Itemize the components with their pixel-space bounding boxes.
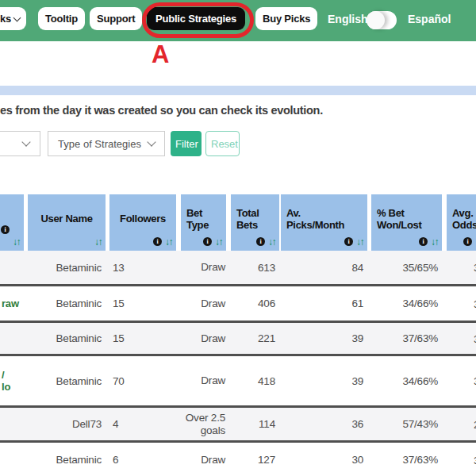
- bet-type-cell: Over 2.5goals: [181, 408, 226, 440]
- strategy-name-link[interactable]: [0, 251, 24, 284]
- avg-odds-cell: 2: [447, 408, 476, 440]
- type-of-strategies-dropdown[interactable]: Type of Strategies: [48, 131, 165, 156]
- language-label-espanol: Español: [408, 13, 451, 25]
- avg-odds-cell: 3: [447, 323, 476, 354]
- won-lost-cell: 57/43%: [371, 408, 442, 440]
- chevron-down-icon: [13, 13, 21, 21]
- first-filter-dropdown[interactable]: [0, 131, 40, 156]
- followers-cell: 6: [109, 443, 176, 476]
- info-icon[interactable]: [203, 237, 212, 246]
- info-icon[interactable]: [153, 237, 162, 246]
- intro-text: es from the day it was created so you ca…: [0, 104, 323, 117]
- avg-odds-cell: 3: [447, 251, 476, 284]
- sort-arrows-icon[interactable]: [431, 237, 438, 247]
- user-name-cell: Betaminic: [28, 286, 106, 321]
- total-bets-cell: 221: [231, 323, 279, 354]
- strategy-name-link[interactable]: [0, 443, 24, 476]
- won-lost-cell: 37/63%: [371, 323, 442, 354]
- column-label: Avg.: [452, 207, 472, 219]
- won-lost-cell: 35/65%: [371, 251, 442, 284]
- table-body: Betaminic 13 Draw 613 84 35/65% 3 raw Be…: [0, 251, 476, 476]
- language-toggle[interactable]: [367, 11, 397, 29]
- followers-cell: 15: [109, 286, 176, 321]
- table-row: /lo Betaminic 70 Draw 418 39 34/66% 3: [0, 356, 476, 408]
- total-bets-cell: 114: [231, 408, 279, 440]
- annotation-circle: [142, 2, 254, 38]
- won-lost-cell: 37/63%: [371, 443, 442, 476]
- total-bets-cell: 127: [231, 443, 279, 476]
- column-header-user-name[interactable]: User Name: [28, 194, 106, 251]
- av-picks-cell: 30: [281, 443, 367, 476]
- av-picks-cell: 39: [281, 323, 367, 354]
- column-header-av-picks-month[interactable]: Av.Picks/Month: [281, 194, 367, 251]
- followers-cell: 70: [109, 356, 176, 405]
- info-icon[interactable]: [419, 237, 428, 246]
- column-header-avg-odds[interactable]: Avg.Odds: [447, 194, 476, 251]
- won-lost-cell: 34/66%: [371, 356, 442, 405]
- sort-arrows-icon[interactable]: [13, 237, 20, 247]
- bet-type-cell: Draw: [181, 356, 226, 405]
- table-row: Betaminic 15 Draw 221 39 37/63% 3: [0, 323, 476, 356]
- info-icon[interactable]: [1, 225, 10, 234]
- strategy-name-link[interactable]: [0, 323, 24, 354]
- table-row: Betaminic 6 Draw 127 30 37/63% 3: [0, 443, 476, 476]
- column-label: Total: [236, 207, 275, 219]
- chevron-down-icon: [147, 137, 155, 146]
- strategy-name-link[interactable]: [0, 408, 24, 440]
- user-name-cell: Betaminic: [28, 443, 106, 476]
- info-icon[interactable]: [256, 237, 265, 246]
- total-bets-cell: 613: [231, 251, 279, 284]
- followers-cell: 15: [109, 323, 176, 354]
- avg-odds-cell: 3: [447, 286, 476, 321]
- tooltip-button[interactable]: Tooltip: [38, 7, 85, 30]
- table-row: raw Betaminic 15 Draw 406 61 34/66% 3: [0, 286, 476, 323]
- user-name-cell: Betaminic: [28, 323, 106, 354]
- av-picks-cell: 61: [281, 286, 367, 321]
- column-header-strategy-name[interactable]: [0, 194, 24, 251]
- info-icon[interactable]: [463, 237, 472, 246]
- annotation-letter: A: [152, 40, 169, 69]
- followers-cell: 4: [109, 408, 176, 440]
- divider-strip: [0, 86, 476, 95]
- av-picks-cell: 39: [281, 356, 367, 405]
- table-row: Dell73 4 Over 2.5goals 114 36 57/43% 2: [0, 408, 476, 443]
- language-label-english: English: [328, 13, 368, 25]
- sort-arrows-icon[interactable]: [165, 237, 172, 247]
- total-bets-cell: 418: [231, 356, 279, 405]
- user-name-cell: Betaminic: [28, 356, 106, 405]
- strategy-name-link[interactable]: /lo: [0, 356, 24, 405]
- followers-cell: 13: [109, 251, 176, 284]
- user-name-cell: Betaminic: [28, 251, 106, 284]
- column-header-pct-bet-won-lost[interactable]: % BetWon/Lost: [371, 194, 442, 251]
- column-label: Followers: [120, 213, 166, 225]
- av-picks-cell: 36: [281, 408, 367, 440]
- column-header-followers[interactable]: Followers: [109, 194, 176, 251]
- reset-button[interactable]: Reset: [205, 131, 240, 156]
- column-label: % Bet: [377, 207, 438, 219]
- total-bets-cell: 406: [231, 286, 279, 321]
- sort-arrows-icon[interactable]: [94, 237, 102, 247]
- sort-arrows-icon[interactable]: [215, 237, 222, 247]
- picks-menu-button[interactable]: ks: [0, 7, 26, 30]
- avg-odds-cell: 3: [447, 356, 476, 405]
- table-row: Betaminic 13 Draw 613 84 35/65% 3: [0, 251, 476, 286]
- column-label: User Name: [40, 213, 92, 225]
- toggle-knob-icon: [367, 11, 385, 29]
- column-header-total-bets[interactable]: TotalBets: [231, 194, 279, 251]
- sort-arrows-icon[interactable]: [268, 237, 275, 247]
- won-lost-cell: 34/66%: [371, 286, 442, 321]
- strategy-name-link[interactable]: raw: [0, 286, 24, 321]
- picks-menu-label: ks: [0, 13, 11, 25]
- sort-arrows-icon[interactable]: [356, 237, 363, 247]
- type-of-strategies-label: Type of Strategies: [58, 138, 141, 150]
- filter-button[interactable]: Filter: [171, 131, 202, 156]
- column-header-bet-type[interactable]: BetType: [181, 194, 226, 251]
- buy-picks-button[interactable]: Buy Picks: [255, 7, 317, 30]
- support-button[interactable]: Support: [90, 7, 142, 30]
- column-label: Av.: [286, 207, 363, 219]
- user-name-cell: Dell73: [28, 408, 106, 440]
- bet-type-cell: Draw: [181, 443, 226, 476]
- av-picks-cell: 84: [281, 251, 367, 284]
- info-icon[interactable]: [344, 237, 353, 246]
- bet-type-cell: Draw: [181, 251, 226, 284]
